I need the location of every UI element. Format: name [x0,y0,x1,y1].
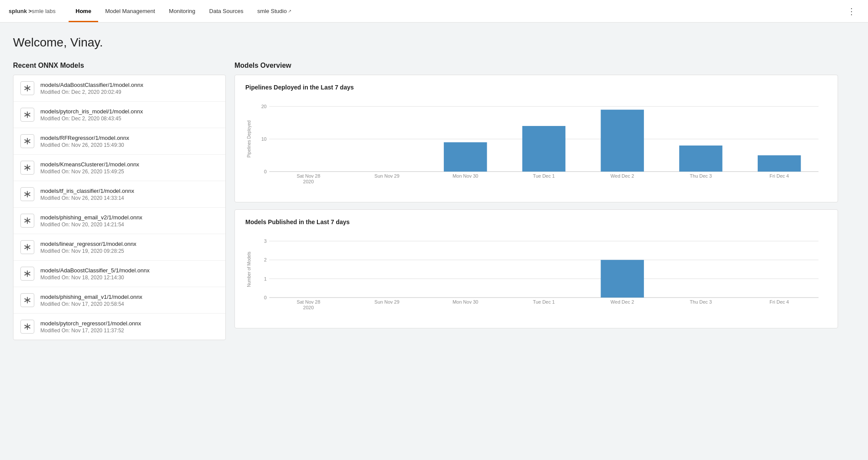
asterisk-icon [23,111,31,119]
svg-text:2: 2 [264,257,267,262]
models-list-card: models/AdaBoostClassifier/1/model.onnx M… [13,75,226,340]
model-info: models/phishing_email_v2/1/model.onnx Mo… [40,214,142,228]
model-name: models/pytorch_regressor/1/model.onnx [40,320,141,327]
model-name: models/AdaBoostClassifier/1/model.onnx [40,82,143,88]
nav-data-sources[interactable]: Data Sources [202,0,251,22]
svg-rect-44 [601,110,644,172]
svg-text:2020: 2020 [303,305,314,310]
brand-primary: splunk > [9,8,32,14]
model-icon-6 [20,240,34,254]
nav-model-management[interactable]: Model Management [98,0,162,22]
model-icon-9 [20,320,34,334]
model-info: models/pytorch_regressor/1/model.onnx Mo… [40,320,141,334]
svg-text:Number of Models: Number of Models [247,252,251,287]
asterisk-icon [23,323,31,331]
svg-rect-42 [522,126,565,172]
asterisk-icon [23,270,31,278]
nav-smle-studio[interactable]: smle Studio ↗ [251,0,299,22]
model-list-item[interactable]: models/KmeansClusterer/1/model.onnx Modi… [13,155,225,181]
bar-chart-svg: 0123Sat Nov 282020Sun Nov 29Mon Nov 30Tu… [245,232,827,319]
model-list-item[interactable]: models/phishing_email_v1/1/model.onnx Mo… [13,287,225,314]
model-date: Modified On: Nov 19, 2020 09:28:25 [40,248,136,254]
model-date: Modified On: Dec 2, 2020 08:43:45 [40,116,143,122]
svg-text:Sat Nov 28: Sat Nov 28 [297,173,320,179]
svg-text:10: 10 [261,136,267,142]
left-panel: Recent ONNX Models models/AdaBoostClassi… [13,62,226,340]
external-link-icon: ↗ [288,9,291,13]
model-name: models/pytorch_iris_model/1/model.onnx [40,108,143,115]
more-menu-button[interactable]: ⋮ [844,6,859,17]
svg-text:Sun Nov 29: Sun Nov 29 [374,299,399,304]
model-list-item[interactable]: models/RFRegressor/1/model.onnx Modified… [13,128,225,155]
model-info: models/AdaBoostClassifier_5/1/model.onnx… [40,267,149,281]
nav-home[interactable]: Home [69,0,98,22]
model-icon-4 [20,187,34,201]
svg-rect-40 [444,142,487,172]
model-list-item[interactable]: models/tf_iris_classifier/1/model.onnx M… [13,181,225,208]
asterisk-icon [23,217,31,225]
model-icon-1 [20,108,34,122]
pipelines-chart-card: Pipelines Deployed in the Last 7 days 01… [234,75,838,202]
model-name: models/phishing_email_v2/1/model.onnx [40,214,142,221]
model-date: Modified On: Dec 2, 2020 20:02:49 [40,89,143,95]
model-icon-2 [20,134,34,148]
brand-secondary: smle labs [32,8,56,14]
model-date: Modified On: Nov 18, 2020 12:14:30 [40,275,149,281]
svg-text:Wed Dec 2: Wed Dec 2 [611,173,634,179]
svg-text:Mon Nov 30: Mon Nov 30 [452,173,478,179]
asterisk-icon [23,137,31,145]
model-icon-5 [20,214,34,228]
pipelines-chart-area: 01020Sat Nov 282020Sun Nov 29Mon Nov 30T… [245,98,827,193]
svg-rect-46 [679,146,722,172]
svg-text:1: 1 [264,276,267,281]
model-icon-3 [20,161,34,175]
model-date: Modified On: Nov 26, 2020 14:33:14 [40,195,134,201]
svg-text:Pipelines Deployed: Pipelines Deployed [247,120,251,158]
main-layout: Recent ONNX Models models/AdaBoostClassi… [13,62,838,340]
model-list-item[interactable]: models/pytorch_iris_model/1/model.onnx M… [13,102,225,128]
model-list-item[interactable]: models/pytorch_regressor/1/model.onnx Mo… [13,314,225,340]
model-list-item[interactable]: models/phishing_email_v2/1/model.onnx Mo… [13,208,225,234]
asterisk-icon [23,84,31,92]
model-icon-8 [20,293,34,307]
nav-monitoring[interactable]: Monitoring [162,0,202,22]
svg-text:Sun Nov 29: Sun Nov 29 [374,173,399,179]
pipelines-chart-title: Pipelines Deployed in the Last 7 days [245,84,827,91]
model-list-item[interactable]: models/linear_regressor/1/model.onnx Mod… [13,234,225,261]
svg-text:Tue Dec 1: Tue Dec 1 [533,299,554,304]
svg-rect-65 [601,260,644,298]
svg-text:20: 20 [261,104,267,109]
svg-text:Wed Dec 2: Wed Dec 2 [611,299,634,304]
models-published-chart-area: 0123Sat Nov 282020Sun Nov 29Mon Nov 30Tu… [245,232,827,319]
models-published-chart-card: Models Published in the Last 7 days 0123… [234,209,838,328]
model-list-item[interactable]: models/AdaBoostClassifier_5/1/model.onnx… [13,261,225,287]
model-date: Modified On: Nov 26, 2020 15:49:25 [40,169,139,175]
asterisk-icon [23,190,31,198]
model-name: models/linear_regressor/1/model.onnx [40,241,136,247]
svg-text:3: 3 [264,238,267,244]
model-date: Modified On: Nov 26, 2020 15:49:30 [40,142,129,148]
model-info: models/pytorch_iris_model/1/model.onnx M… [40,108,143,122]
right-panel: Models Overview Pipelines Deployed in th… [234,62,838,335]
model-info: models/RFRegressor/1/model.onnx Modified… [40,135,129,148]
svg-rect-48 [758,156,801,172]
svg-text:Sat Nov 28: Sat Nov 28 [297,299,320,304]
svg-text:0: 0 [264,169,267,174]
model-name: models/KmeansClusterer/1/model.onnx [40,161,139,168]
models-published-chart-title: Models Published in the Last 7 days [245,218,827,225]
svg-text:0: 0 [264,295,267,300]
recent-models-title: Recent ONNX Models [13,62,226,69]
svg-text:Fri Dec 4: Fri Dec 4 [769,173,789,179]
overview-title: Models Overview [234,62,838,69]
svg-text:Thu Dec 3: Thu Dec 3 [690,173,712,179]
model-info: models/phishing_email_v1/1/model.onnx Mo… [40,294,142,307]
svg-text:Mon Nov 30: Mon Nov 30 [452,299,478,304]
svg-text:Fri Dec 4: Fri Dec 4 [769,299,789,304]
model-list-item[interactable]: models/AdaBoostClassifier/1/model.onnx M… [13,75,225,102]
model-name: models/phishing_email_v1/1/model.onnx [40,294,142,300]
top-navigation: splunk > smle labs Home Model Management… [0,0,868,23]
model-name: models/AdaBoostClassifier_5/1/model.onnx [40,267,149,274]
svg-text:2020: 2020 [303,179,314,184]
model-date: Modified On: Nov 17, 2020 11:37:52 [40,328,141,334]
brand-logo: splunk > smle labs [9,8,56,14]
